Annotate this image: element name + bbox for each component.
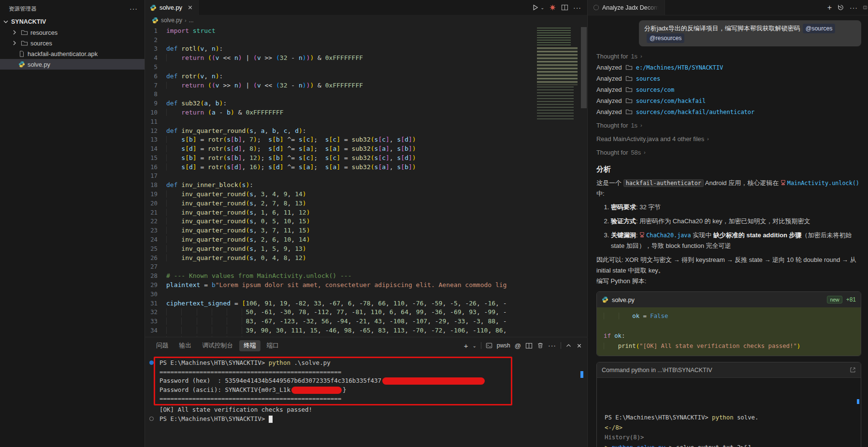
history-icon[interactable]	[837, 4, 844, 11]
panel-tabbar: 问题输出调试控制台终端端口 + ⌄ pwsh @ ···	[145, 337, 587, 354]
close-panel-icon[interactable]	[576, 343, 582, 349]
thought-row[interactable]: Thought for1s›	[596, 50, 861, 62]
panel-tab-输出[interactable]: 输出	[175, 340, 196, 351]
command-card-title: Command python in ...\HTB\SYNACKTIV	[602, 367, 712, 374]
code-line: 18def inv_inner_block(s):	[145, 181, 587, 190]
analyzed-label: Analyzed	[596, 108, 622, 115]
terminal-output[interactable]: PS E:\Machines\HTB\SYNACKTIV> python .\s…	[145, 354, 587, 447]
tab-solve-py[interactable]: solve.py	[145, 0, 199, 15]
editor-more-actions-icon[interactable]: ···	[573, 4, 581, 12]
analyzed-row[interactable]: Analyzedsources/com/hackfail	[596, 95, 861, 106]
thought-row[interactable]: Thought for58s›	[596, 146, 861, 158]
code-editor[interactable]: 1import struct23def rotl(v, n):4 return …	[145, 26, 587, 337]
code-line: 25 inv_quarter_round(s, 1, 5, 9, 13)	[145, 245, 587, 254]
line-number: 6	[145, 72, 166, 81]
analysis-list-item: 密码要求: 32 字节	[611, 202, 861, 213]
tree-item-hackfail-authenticator.apk[interactable]: hackfail-authenticator.apk	[0, 48, 145, 59]
code-symbol-link[interactable]: MainActivity.unlock()	[781, 180, 859, 187]
shell-label[interactable]: pwsh	[497, 342, 510, 349]
read-files-row[interactable]: Read MainActivity.java and 4 other files…	[596, 133, 861, 144]
terminal-more-actions-icon[interactable]: ···	[548, 342, 556, 349]
python-icon	[150, 4, 157, 11]
run-python-button[interactable]	[532, 4, 539, 11]
line-number: 21	[145, 208, 166, 217]
code-text: inv_quarter_round(s, 0, 5, 10, 15)	[166, 217, 310, 226]
command-card-header[interactable]: Command python in ...\HTB\SYNACKTIV	[597, 362, 861, 378]
inline-code-chip: hackfail-authenticator	[623, 179, 704, 187]
new-chat-icon[interactable]: +	[827, 3, 832, 12]
terminal-dropdown-icon[interactable]: ⌄	[472, 343, 476, 348]
analyzed-path: sources/com/hackfail/authenticator	[636, 109, 755, 115]
analyzed-row[interactable]: Analyzedsources	[596, 73, 861, 84]
command-card[interactable]: Command python in ...\HTB\SYNACKTIV PS E…	[596, 362, 861, 447]
chat-conversation[interactable]: 分析jadx导出的反编译项目，编写脚本帮我获取解锁密码@sources@reso…	[588, 15, 868, 447]
analysis-conclusion: 因此可以: XOR 明文与密文 → 得到 keystream → 反推 stat…	[596, 255, 861, 276]
chat-tab[interactable]: Analyze Jadx Decom	[588, 0, 665, 15]
tree-item-solve.py[interactable]: solve.py	[0, 59, 145, 70]
terminal-text: .\solve.py	[290, 359, 331, 366]
tree-root-synacktiv[interactable]: SYNACKTIV	[0, 16, 145, 27]
chat-tabbar: Analyze Jadx Decom + ···	[588, 0, 868, 15]
folder-icon	[625, 86, 633, 93]
command-text: History(8)>	[605, 434, 644, 441]
chevron-right-icon	[11, 39, 18, 47]
breadcrumb[interactable]: solve.py › ...	[145, 15, 587, 25]
command-text: <-/8>	[605, 424, 622, 431]
code-line: 3def rotl(v, n):	[145, 44, 587, 54]
code-text: inv_quarter_round(s, 0, 4, 8, 12)	[166, 254, 306, 263]
analyzed-row[interactable]: Analyzedsources/com/hackfail/authenticat…	[596, 106, 861, 117]
clipped-panel-icon[interactable]	[863, 4, 867, 11]
line-number: 7	[145, 81, 166, 90]
split-editor-icon[interactable]	[561, 4, 568, 11]
mention-chip[interactable]: @resources	[647, 33, 684, 43]
line-number: 22	[145, 217, 166, 226]
line-number: 26	[145, 254, 166, 263]
new-terminal-icon[interactable]: +	[464, 342, 468, 350]
tree-item-sources[interactable]: sources	[0, 38, 145, 48]
code-symbol-link[interactable]: ChaCha20.java	[639, 232, 691, 239]
folder-icon	[625, 97, 633, 104]
code-line: 15 s[b] = rotr(s[b], 12); s[b] ^= s[c]; …	[145, 154, 587, 163]
terminal-scrollbar[interactable]	[580, 371, 583, 378]
maximize-panel-icon[interactable]	[565, 343, 572, 349]
command-output-line: > python solve.py > solve_output.txt 2>&…	[605, 443, 861, 447]
class-symbol-icon	[639, 232, 645, 238]
explorer-more-actions-icon[interactable]: ···	[130, 5, 138, 13]
split-terminal-icon[interactable]	[525, 342, 533, 349]
line-number: 27	[145, 262, 166, 272]
at-mention-icon[interactable]: @	[515, 342, 521, 349]
code-text: def inv_quarter_round(s, a, b, c, d):	[166, 127, 306, 136]
thought-row[interactable]: Thought for1s›	[596, 119, 861, 131]
analysis-paragraph: 这是一个 hackfail-authenticator Android 应用，核…	[596, 178, 861, 199]
close-tab-icon[interactable]	[187, 4, 193, 11]
run-dropdown-icon[interactable]: ⌄	[540, 5, 544, 10]
mention-chip[interactable]: @sources	[803, 24, 836, 33]
code-text: 39, 90, 30, 111, 15, -46, 98, -65, 83, 1…	[166, 326, 507, 335]
panel-tab-问题[interactable]: 问题	[152, 340, 173, 351]
command-card-output: PS E:\Machines\HTB\SYNACKTIV> python sol…	[597, 378, 861, 447]
kill-terminal-icon[interactable]	[537, 342, 544, 349]
insert-terminal-icon[interactable]	[850, 367, 856, 373]
panel-tab-终端[interactable]: 终端	[239, 340, 260, 351]
code-line: 5	[145, 63, 587, 72]
analyzed-row[interactable]: Analyzede:/Machines/HTB/SYNACKTIV	[596, 62, 861, 73]
command-text: python solve.py	[612, 444, 665, 447]
chevron-right-icon: ›	[644, 149, 646, 155]
line-number: 9	[145, 99, 166, 108]
file-change-card[interactable]: solve.py new +81 ok = Falseif ok: print(…	[596, 291, 861, 356]
code-text: inv_quarter_round(s, 1, 6, 11, 12)	[166, 208, 310, 217]
analyzed-row[interactable]: Analyzedsources/com	[596, 84, 861, 95]
tree-item-resources[interactable]: resources	[0, 27, 145, 38]
extension-starburst-icon[interactable]	[549, 4, 556, 11]
chevron-right-icon: ›	[640, 53, 642, 59]
code-text: # --- Known values from MainActivity.unl…	[166, 272, 352, 281]
file-card-header[interactable]: solve.py new +81	[597, 292, 861, 307]
pwsh-terminal-icon[interactable]	[486, 342, 492, 349]
editor-tabbar: solve.py ⌄ ···	[145, 0, 587, 15]
line-number: 15	[145, 154, 166, 163]
chat-more-actions-icon[interactable]: ···	[850, 4, 858, 12]
minimap[interactable]	[535, 27, 579, 129]
panel-tab-端口[interactable]: 端口	[262, 340, 284, 351]
panel-tab-调试控制台[interactable]: 调试控制台	[198, 340, 237, 351]
editor-scrollbar[interactable]	[581, 27, 587, 108]
